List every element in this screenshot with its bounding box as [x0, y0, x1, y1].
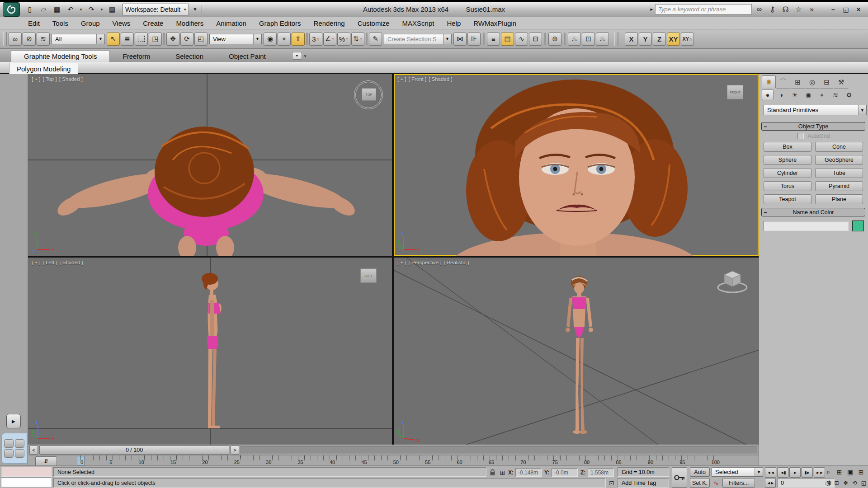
edit-named-selection-sets-button[interactable]: ✎: [369, 33, 382, 46]
select-and-move-button[interactable]: ✥: [166, 33, 179, 46]
undo-button[interactable]: ↶: [65, 4, 76, 15]
spinner-snap-toggle[interactable]: ⇅∩: [351, 33, 364, 46]
select-and-rotate-button[interactable]: ⟳: [180, 33, 193, 46]
object-color-swatch[interactable]: [852, 221, 864, 231]
search-browse-icon[interactable]: ∞: [753, 4, 765, 15]
render-production-button[interactable]: ♨: [596, 33, 609, 46]
previous-frame-button[interactable]: ◄▮: [777, 467, 788, 478]
viewport-left[interactable]: [ + ] [ Left ] [ Shaded ] LEFT z x y: [28, 258, 392, 445]
rectangular-selection-region-button[interactable]: [135, 33, 148, 46]
add-time-tag[interactable]: Add Time Tag: [618, 478, 669, 488]
redo-dropdown[interactable]: ▾: [99, 4, 104, 15]
render-globe-button[interactable]: ⊕: [548, 33, 561, 46]
key-mode-toggle[interactable]: ◄►: [765, 478, 776, 488]
open-mini-curve-editor-button[interactable]: ⇵: [35, 456, 57, 466]
unlink-selection-button[interactable]: ⊘: [23, 33, 36, 46]
z-coordinate-field[interactable]: 1.558m: [588, 468, 614, 477]
workspace-extra-dropdown[interactable]: ▼: [192, 5, 202, 14]
tab-hierarchy[interactable]: ⊞: [791, 75, 805, 89]
tab-display[interactable]: ⊟: [820, 75, 834, 89]
transform-gizmo-toggle[interactable]: ⊞: [498, 468, 507, 477]
undo-dropdown[interactable]: ▾: [78, 4, 84, 15]
window-crossing-toggle[interactable]: ◳: [149, 33, 162, 46]
create-sphere-button[interactable]: Sphere: [764, 155, 811, 165]
project-folder-button[interactable]: ▤: [106, 4, 118, 15]
create-helpers-button[interactable]: ⌖: [816, 89, 828, 100]
time-configuration-button[interactable]: ◷: [824, 478, 831, 488]
selection-filter-dropdown[interactable]: All ▼: [52, 34, 105, 44]
reference-coordinate-system-dropdown[interactable]: View ▼: [209, 34, 262, 44]
tab-utilities[interactable]: ⚒: [834, 75, 848, 89]
zoom-extents-all-button[interactable]: ⊞: [856, 467, 866, 477]
y-coordinate-field[interactable]: -0.0m: [552, 468, 578, 477]
ribbon-tab-graphite-modeling-tools[interactable]: Graphite Modeling Tools: [11, 50, 110, 62]
create-cylinder-button[interactable]: Cylinder: [764, 168, 811, 178]
create-shapes-button[interactable]: ◑: [775, 89, 787, 100]
ribbon-tab-object-paint[interactable]: Object Paint: [216, 51, 278, 62]
create-geosphere-button[interactable]: GeoSphere: [815, 155, 863, 165]
restrict-x-button[interactable]: X: [625, 33, 638, 46]
viewport-menu-shading[interactable]: [ Shaded ]: [59, 260, 83, 265]
curve-editor-button[interactable]: ∿: [515, 33, 528, 46]
create-tube-button[interactable]: Tube: [815, 168, 863, 178]
tab-modify[interactable]: ⌒: [776, 75, 790, 89]
angle-snap-toggle[interactable]: ∠∩: [323, 33, 336, 46]
set-key-toggle[interactable]: Set K.: [690, 478, 710, 488]
go-to-start-button[interactable]: ◄◄: [765, 467, 776, 478]
create-lights-button[interactable]: ☀: [789, 89, 801, 100]
layer-manager-button[interactable]: ≡: [487, 33, 500, 46]
select-by-name-button[interactable]: ≣: [121, 33, 134, 46]
create-systems-button[interactable]: ⚙: [843, 89, 855, 100]
menu-group[interactable]: Group: [75, 18, 106, 28]
mirror-button[interactable]: ⋈: [453, 33, 467, 46]
key-filter-dropdown[interactable]: Selected ▼: [712, 467, 763, 477]
viewport-menu-general[interactable]: [ + ]: [32, 76, 41, 82]
menu-tools[interactable]: Tools: [46, 18, 75, 28]
viewport-perspective[interactable]: [ + ] [ Perspective ] [ Realistic ] z x …: [394, 258, 759, 445]
menu-maxscript[interactable]: MAXScript: [396, 18, 441, 28]
maxscript-mini-listener-white[interactable]: [1, 477, 52, 487]
create-box-button[interactable]: Box: [764, 142, 811, 152]
create-plane-button[interactable]: Plane: [815, 194, 863, 204]
keyboard-shortcut-override-toggle[interactable]: ⇧: [292, 33, 305, 46]
ribbon-tab-selection[interactable]: Selection: [163, 51, 216, 62]
render-setup-button[interactable]: ♨: [568, 33, 581, 46]
viewport-menu-general[interactable]: [ + ]: [397, 260, 406, 265]
object-type-rollout-header[interactable]: – Object Type: [761, 122, 865, 131]
toolbar-grip[interactable]: [614, 32, 618, 46]
name-and-color-rollout-header[interactable]: – Name and Color: [761, 208, 865, 216]
menu-animation[interactable]: Animation: [210, 18, 253, 28]
menu-customize[interactable]: Customize: [351, 18, 396, 28]
maxscript-mini-listener-pink[interactable]: [1, 467, 52, 477]
select-and-uniform-scale-button[interactable]: ◰: [194, 33, 208, 46]
menu-modifiers[interactable]: Modifiers: [170, 18, 210, 28]
isolate-selection-toggle[interactable]: ⊡: [608, 479, 616, 487]
zoom-button[interactable]: ⌕: [824, 467, 833, 477]
viewport-menu-shading[interactable]: [ Realistic ]: [443, 260, 469, 265]
viewcube[interactable]: LEFT: [360, 268, 377, 283]
next-frame-button[interactable]: ▮►: [802, 467, 813, 478]
polygon-modeling-panel-tab[interactable]: Polygon Modeling: [9, 63, 78, 75]
select-and-manipulate-button[interactable]: ⌖: [278, 33, 291, 46]
communication-center-icon[interactable]: ⚷: [766, 4, 778, 15]
create-teapot-button[interactable]: Teapot: [764, 194, 811, 204]
previous-frame-slider-button[interactable]: <: [29, 446, 38, 455]
tab-create[interactable]: ✺: [762, 75, 776, 88]
selection-lock-toggle[interactable]: [488, 468, 497, 477]
more-chevron-icon[interactable]: »: [806, 4, 818, 15]
time-slider-track[interactable]: [241, 446, 757, 454]
toolbar-grip[interactable]: [3, 32, 7, 46]
zoom-extents-button[interactable]: ▣: [845, 467, 855, 477]
named-selection-sets-dropdown[interactable]: Create Selection S ▼: [384, 34, 452, 44]
viewport-menu-pov[interactable]: [ Front ]: [409, 76, 427, 82]
menu-views[interactable]: Views: [106, 18, 137, 28]
restore-button[interactable]: ◱: [842, 6, 850, 13]
use-pivot-point-center-button[interactable]: ◉: [264, 33, 277, 46]
x-coordinate-field[interactable]: -0.148m: [515, 468, 542, 477]
workspace-dropdown[interactable]: Workspace: Default ▾: [122, 4, 189, 15]
select-and-link-button[interactable]: ∞: [9, 33, 22, 46]
select-object-button[interactable]: ↖: [107, 33, 120, 46]
viewport-menu-general[interactable]: [ + ]: [32, 260, 41, 265]
track-bar-ruler[interactable]: 0510152025303540455055606570758085909510…: [80, 455, 720, 466]
new-scene-button[interactable]: ▯: [24, 4, 36, 15]
